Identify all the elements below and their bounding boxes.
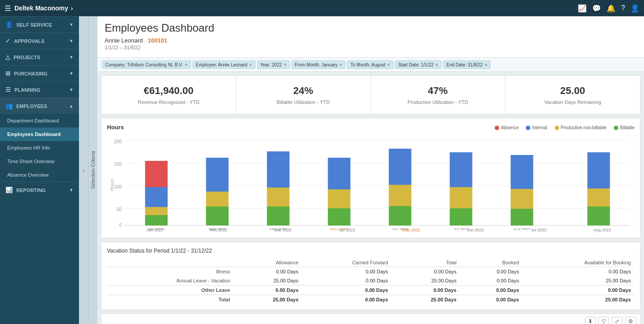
bar-jan-absence (145, 161, 168, 187)
bar-jan-internal (145, 187, 168, 207)
remove-filter-end-date[interactable]: × (485, 62, 487, 67)
chart-legend: Absence Internal Productive non-billable (495, 125, 635, 130)
filter-chip-from-month[interactable]: From Month: January × (292, 61, 345, 69)
sidebar-section-self-service: 👤 SELF SERVICE ▼ (0, 16, 79, 33)
sidebar-header-reporting[interactable]: 📊 REPORTING ▼ (0, 182, 79, 198)
sidebar-header-projects[interactable]: △ PROJECTS ▼ (0, 49, 79, 65)
bar-aug-internal (588, 152, 610, 188)
sidebar-header-purchasing[interactable]: ⊞ PURCHASING ▼ (0, 66, 79, 81)
projects-label: PROJECTS (14, 55, 40, 60)
page-header: Employees Dashboard Annie Leonard 100101… (97, 16, 644, 58)
vac-allowance-annual: 25.00 Days (234, 276, 302, 286)
svg-text:50: 50 (116, 207, 122, 212)
data-table-section: ⬇ ▽ ⤢ ⚙ Project No. Project Name Custome… (101, 314, 640, 324)
sidebar-item-absence-overview[interactable]: Absence Overview (0, 168, 79, 182)
chevron-icon: ▼ (69, 22, 74, 27)
sidebar-item-time-sheet-overview[interactable]: Time Sheet Overview (0, 155, 79, 168)
legend-absence: Absence (495, 125, 519, 130)
sidebar-header-approvals[interactable]: ✓ APPROVALS ▼ (0, 33, 79, 49)
vac-carried-other: 0.00 Days (302, 286, 392, 295)
chart-title: Hours (107, 124, 124, 131)
vac-available-other: 0.00 Days (523, 286, 635, 295)
download-button[interactable]: ⬇ (585, 317, 596, 324)
svg-text:100: 100 (114, 184, 122, 189)
vac-type-annual: Annual Leave - Vacation (107, 276, 234, 286)
filter-button[interactable]: ▽ (598, 317, 609, 324)
month-aug: Aug 2022 (593, 228, 611, 232)
message-icon[interactable]: 💬 (592, 4, 601, 13)
settings-button[interactable]: ⚙ (625, 317, 636, 324)
filter-chip-end-date[interactable]: End Date: 31/8/22 × (443, 61, 491, 69)
vac-booked-other: 0.00 Days (460, 286, 523, 295)
sidebar-item-employees-dashboard[interactable]: Employees Dashboard (0, 127, 79, 141)
legend-billable: Billable (614, 125, 635, 130)
vac-type-total: Total (107, 295, 234, 305)
filter-bar: Company: Trifolium Consulting NL B.V. × … (97, 58, 644, 72)
kpi-billable-label: Billable Utilization - YTD (243, 99, 363, 105)
kpi-billable: 24% Billable Utilization - YTD (236, 76, 371, 114)
remove-filter-from-month[interactable]: × (339, 62, 342, 67)
filter-chip-start-date[interactable]: Start Date: 1/1/22 × (395, 61, 441, 69)
bar-jan-billable (145, 215, 168, 225)
bar-jul-productive (511, 189, 533, 209)
kpi-billable-value: 24% (243, 85, 363, 97)
bar-jul-internal (511, 155, 533, 189)
purchasing-icon: ⊞ (5, 70, 10, 77)
employee-name: Annie Leonard (105, 37, 143, 44)
kpi-revenue-label: Revenue Recognized - YTD (109, 99, 228, 105)
filter-chip-company[interactable]: Company: Trifolium Consulting NL B.V. × (102, 61, 191, 69)
month-jun: Jun 2022 (467, 228, 484, 232)
svg-text:150: 150 (114, 162, 122, 167)
vac-total-total: 25.00 Days (392, 295, 460, 305)
legend-productive-nb: Productive non-billable (555, 125, 607, 130)
reporting-label: REPORTING (16, 188, 46, 193)
remove-filter-start-date[interactable]: × (436, 62, 438, 67)
notification-icon[interactable]: 🔔 (607, 4, 616, 13)
bar-feb-internal (206, 158, 229, 192)
vac-col-type (107, 258, 234, 267)
chart-icon[interactable]: 📈 (578, 4, 587, 13)
sidebar-section-approvals: ✓ APPROVALS ▼ (0, 33, 79, 49)
vac-total-other: 0.00 Days (392, 286, 460, 295)
expand-button[interactable]: ⤢ (612, 317, 622, 324)
self-service-icon: 👤 (5, 21, 13, 28)
vacation-section: Vacation Status for Period 1/1/22 - 31/1… (101, 242, 640, 310)
user-icon[interactable]: 👤 (630, 4, 639, 13)
sidebar-item-employees-hr-info[interactable]: Employees HR Info (0, 141, 79, 155)
remove-filter-company[interactable]: × (185, 62, 187, 67)
help-icon[interactable]: ? (621, 4, 625, 13)
filter-chip-year[interactable]: Year: 2022 × (257, 61, 290, 69)
menu-icon[interactable]: ☰ (5, 4, 11, 13)
filter-chip-to-month[interactable]: To Month: August × (347, 61, 393, 69)
vacation-title: Vacation Status for Period 1/1/22 - 31/1… (107, 248, 635, 254)
top-navigation: ☰ Deltek Maconomy › 📈 💬 🔔 ? 👤 (0, 0, 644, 16)
chevron-icon: ▼ (69, 87, 74, 92)
employees-label: EMPLOYEES (16, 103, 47, 109)
expand-arrow[interactable]: › (79, 16, 88, 324)
remove-filter-year[interactable]: × (284, 62, 287, 67)
vac-allowance-other: 0.00 Days (234, 286, 302, 295)
remove-filter-to-month[interactable]: × (387, 62, 390, 67)
sidebar-header-planning[interactable]: ☰ PLANNING ▼ (0, 82, 79, 98)
chevron-icon: ▼ (69, 71, 74, 76)
bar-apr-billable (328, 208, 351, 225)
selection-criteria-label[interactable]: Selection Criteria (88, 16, 97, 324)
vac-col-total: Total (392, 258, 460, 267)
table-row-total: Total 25.00 Days 0.00 Days 25.00 Days 0.… (107, 295, 635, 305)
month-feb: Feb 2022 (210, 228, 227, 232)
vac-booked-annual: 0.00 Days (460, 276, 523, 286)
remove-filter-employee[interactable]: × (249, 62, 252, 67)
sidebar-item-department-dashboard[interactable]: Department Dashboard (0, 114, 79, 127)
filter-chip-employee[interactable]: Employee: Annie Leonard × (193, 61, 255, 69)
sidebar-header-self-service[interactable]: 👤 SELF SERVICE ▼ (0, 17, 79, 33)
vac-booked-illness: 0.00 Days (460, 267, 523, 277)
reporting-icon: 📊 (5, 187, 13, 193)
bar-apr-internal (328, 158, 351, 189)
chevron-icon: ▼ (69, 55, 74, 60)
bar-jun-productive (450, 187, 473, 208)
self-service-label: SELF SERVICE (16, 22, 52, 28)
approvals-icon: ✓ (5, 38, 10, 44)
sidebar-header-employees[interactable]: 👥 EMPLOYEES ▲ (0, 98, 79, 114)
kpi-revenue: €61,940.00 Revenue Recognized - YTD (102, 76, 236, 114)
vac-carried-annual: 0.00 Days (302, 276, 392, 286)
